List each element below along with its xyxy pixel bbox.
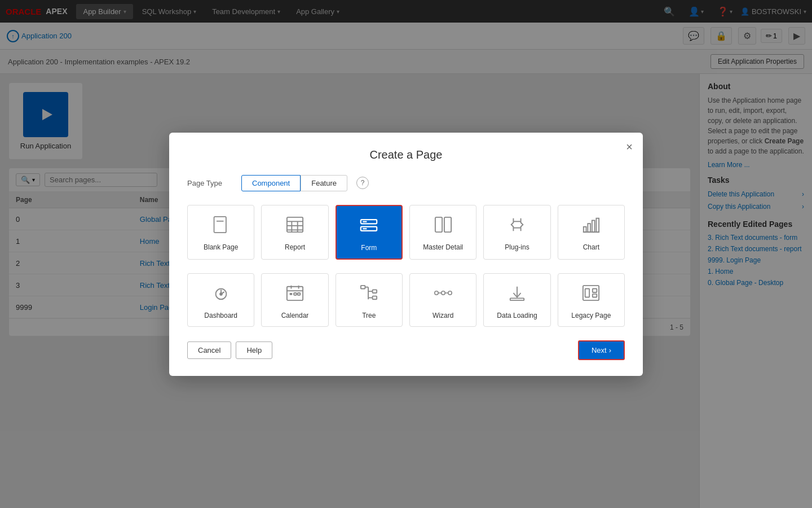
svg-point-39	[441, 291, 444, 294]
page-type-row: Page Type Component Feature ?	[187, 175, 625, 191]
svg-rect-20	[597, 218, 599, 231]
legacy-page-icon	[582, 284, 600, 306]
tab-feature[interactable]: Feature	[301, 175, 347, 191]
svg-rect-46	[593, 288, 597, 292]
page-type-dashboard[interactable]: Dashboard	[187, 273, 254, 327]
page-type-grid-row1: Blank Page Report	[187, 205, 625, 260]
cancel-button[interactable]: Cancel	[187, 341, 231, 359]
svg-rect-1	[214, 216, 226, 232]
page-type-legacy[interactable]: Legacy Page	[558, 273, 625, 327]
page-type-master-detail[interactable]: Master Detail	[409, 205, 476, 260]
tree-icon	[360, 284, 378, 306]
help-circle-icon[interactable]: ?	[356, 177, 369, 189]
page-type-wizard[interactable]: Wizard	[409, 273, 476, 327]
svg-rect-13	[435, 217, 442, 231]
modal-close-button[interactable]: ×	[626, 141, 633, 154]
calendar-label: Calendar	[281, 312, 309, 319]
form-icon	[360, 216, 378, 238]
wizard-label: Wizard	[433, 312, 453, 319]
dashboard-icon	[212, 284, 230, 306]
page-type-blank[interactable]: Blank Page	[187, 205, 254, 260]
next-button[interactable]: Next ›	[578, 340, 625, 360]
page-type-chart[interactable]: Chart	[558, 205, 625, 260]
page-type-grid-row2: Dashboard Calendar	[187, 273, 625, 327]
blank-page-label: Blank Page	[204, 243, 238, 251]
master-detail-icon	[434, 216, 452, 238]
page-type-plugins[interactable]: Plug-ins	[483, 205, 550, 260]
page-type-label: Page Type	[187, 179, 232, 187]
data-loading-label: Data Loading	[497, 312, 537, 319]
modal-footer: Cancel Help Next ›	[187, 340, 625, 360]
svg-rect-29	[294, 293, 297, 295]
calendar-icon	[286, 284, 304, 306]
modal-overlay: Create a Page × Page Type Component Feat…	[0, 0, 812, 508]
report-icon	[286, 216, 304, 238]
footer-left: Cancel Help	[187, 341, 272, 359]
modal-title: Create a Page	[187, 148, 625, 161]
svg-rect-18	[588, 224, 591, 232]
svg-rect-33	[373, 296, 377, 299]
page-type-calendar[interactable]: Calendar	[261, 273, 328, 327]
svg-rect-45	[585, 288, 590, 297]
page-type-data-loading[interactable]: Data Loading	[483, 273, 550, 327]
chart-label: Chart	[583, 243, 599, 251]
tree-label: Tree	[362, 312, 376, 319]
plugins-icon	[508, 216, 526, 238]
page-type-tab-group: Component Feature	[241, 175, 347, 191]
svg-point-23	[220, 293, 222, 295]
svg-rect-43	[510, 298, 524, 300]
page-type-form[interactable]: Form	[336, 205, 403, 260]
help-button[interactable]: Help	[236, 341, 272, 359]
svg-rect-32	[373, 290, 377, 293]
page-type-report[interactable]: Report	[261, 205, 328, 260]
next-arrow-icon: ›	[609, 346, 611, 354]
svg-rect-30	[298, 293, 301, 295]
svg-point-40	[448, 291, 451, 294]
data-loading-icon	[508, 284, 526, 306]
legacy-page-label: Legacy Page	[571, 312, 611, 319]
chart-icon	[582, 216, 600, 238]
svg-rect-28	[290, 293, 293, 295]
svg-rect-31	[361, 285, 365, 288]
wizard-icon	[434, 284, 452, 306]
svg-rect-47	[593, 294, 597, 297]
create-page-modal: Create a Page × Page Type Component Feat…	[169, 133, 643, 376]
svg-rect-14	[444, 217, 451, 231]
blank-page-icon	[212, 216, 230, 238]
page-type-tree[interactable]: Tree	[336, 273, 403, 327]
plugins-label: Plug-ins	[505, 243, 529, 251]
master-detail-label: Master Detail	[423, 243, 463, 251]
dashboard-label: Dashboard	[204, 312, 237, 319]
tab-component[interactable]: Component	[241, 175, 301, 191]
svg-point-38	[434, 291, 438, 294]
svg-rect-17	[584, 226, 586, 231]
svg-rect-19	[592, 220, 595, 232]
form-label: Form	[361, 244, 377, 252]
report-label: Report	[285, 243, 305, 251]
